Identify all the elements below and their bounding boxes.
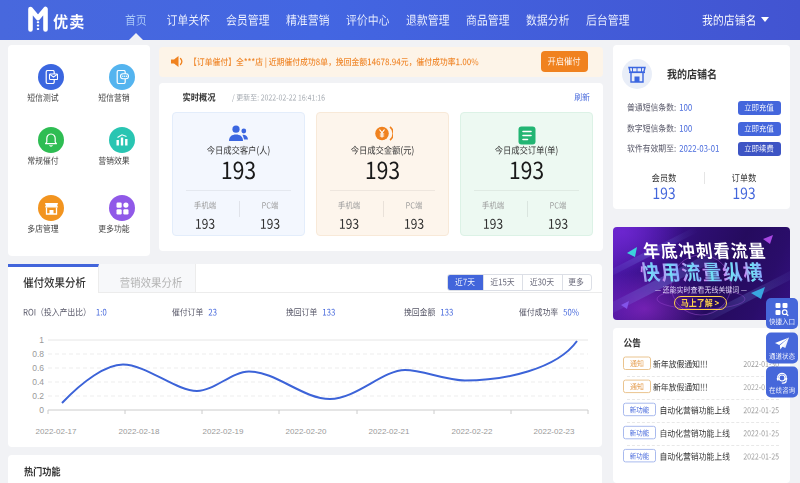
- svg-text:2022-02-20: 2022-02-20: [286, 427, 327, 436]
- svg-text:2022-02-21: 2022-02-21: [369, 427, 410, 436]
- svg-text:2022-02-18: 2022-02-18: [119, 427, 160, 436]
- svg-text:0.2: 0.2: [32, 391, 44, 401]
- svg-text:0: 0: [39, 405, 44, 415]
- svg-text:0.4: 0.4: [32, 377, 44, 387]
- svg-text:2022-02-22: 2022-02-22: [452, 427, 493, 436]
- svg-text:1: 1: [39, 335, 44, 345]
- svg-text:0.8: 0.8: [32, 349, 44, 359]
- svg-text:2022-02-19: 2022-02-19: [203, 427, 244, 436]
- svg-text:2022-02-23: 2022-02-23: [534, 427, 575, 436]
- svg-text:0.6: 0.6: [32, 363, 44, 373]
- svg-text:2022-02-17: 2022-02-17: [36, 427, 77, 436]
